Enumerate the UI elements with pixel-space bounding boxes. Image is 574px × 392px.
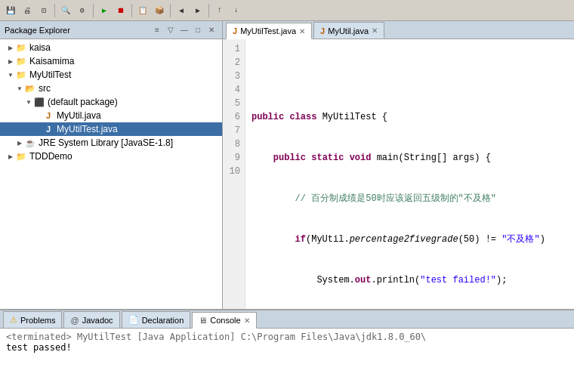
icon-myutil-java: J [42,110,54,122]
editor-area: J MyUtilTest.java ✕ J MyUtil.java ✕ 1 2 … [223,21,574,309]
tab-myutiltest-close[interactable]: ✕ [299,27,305,35]
code-area: 1 2 3 4 5 6 7 8 9 10 public class MyUtil… [223,39,574,309]
package-explorer: Package Explorer ≡ ▽ — □ ✕ ▶ 📁 kaisa [0,21,223,309]
tree-item-default-pkg[interactable]: ▼ ⬛ (default package) [0,95,222,109]
tab-declaration-label: Declaration [142,316,184,325]
tab-console[interactable]: 🖥 Console ✕ [192,312,256,329]
tree-item-myutil-java[interactable]: J MyUtil.java [0,109,222,122]
label-kaisa: kaisa [29,42,51,53]
tab-javadoc-icon: @ [70,316,79,325]
tab-problems-icon: ⚠ [10,315,17,325]
code-line-5: if(MyUtil.percentage2fivegrade(50) != "不… [252,233,568,246]
console-terminated-line: <terminated> MyUtilTest [Java Applicatio… [6,332,568,342]
toolbar-up[interactable]: ↑ [212,3,227,18]
toolbar-prev[interactable]: ◀ [174,3,189,18]
editor-content[interactable]: 1 2 3 4 5 6 7 8 9 10 public class MyUtil… [223,39,574,309]
tree-item-kaisamima[interactable]: ▶ 📁 Kaisamima [0,54,222,68]
label-jre: JRE System Library [JavaSE-1.8] [39,137,173,148]
toolbar-new[interactable]: 📋 [135,3,150,18]
arrow-kaisamima: ▶ [6,58,15,65]
label-myutil-java: MyUtil.java [57,110,101,121]
ln-8: 8 [226,137,240,151]
toolbar-stop[interactable]: ⏹ [113,3,128,18]
tab-declaration[interactable]: 📄 Declaration [122,311,191,328]
arrow-tdddemo: ▶ [6,153,15,160]
tab-javadoc[interactable]: @ Javadoc [63,311,119,328]
pe-collapse-icon[interactable]: ≡ [151,24,163,36]
code-line-6: System.out.println("test failed!"); [252,273,568,287]
ln-3: 3 [226,69,240,83]
icon-jre: ☕ [24,137,36,149]
ln-4: 4 [226,83,240,97]
toolbar-run[interactable]: ▶ [97,3,112,18]
pe-minimize-icon[interactable]: — [178,24,190,36]
tree-item-tdddemo[interactable]: ▶ 📁 TDDDemo [0,150,222,163]
label-kaisamima: Kaisamima [29,56,74,66]
package-explorer-header-icons: ≡ ▽ — □ ✕ [151,24,218,36]
package-explorer-tree: ▶ 📁 kaisa ▶ 📁 Kaisamima ▼ 📁 MyUtilTest [0,39,222,309]
ln-9: 9 [226,151,240,165]
arrow-default-pkg: ▼ [24,99,33,106]
bottom-tabs: ⚠ Problems @ Javadoc 📄 Declaration 🖥 Con… [0,310,574,329]
code-line-1 [252,69,568,83]
pe-dropdown-icon[interactable]: ▽ [165,24,177,36]
icon-myutiltest-project: 📁 [15,69,27,81]
icon-kaisamima: 📁 [15,55,27,67]
toolbar-down[interactable]: ↓ [229,3,244,18]
tab-myutiltest-label: MyUtilTest.java [240,26,296,35]
toolbar-save[interactable]: 💾 [3,3,18,18]
console-output-line: test passed! [6,342,568,353]
tab-myutiltest-icon: J [233,26,237,35]
tab-myutiltest[interactable]: J MyUtilTest.java ✕ [226,23,312,39]
tree-item-myutiltest-java[interactable]: J MyUtilTest.java [0,122,222,136]
tree-item-kaisa[interactable]: ▶ 📁 kaisa [0,41,222,54]
separator-2 [93,4,94,17]
tab-problems[interactable]: ⚠ Problems [3,311,62,328]
tab-declaration-icon: 📄 [128,315,139,325]
icon-myutiltest-java: J [42,123,54,135]
label-myutiltest-java: MyUtilTest.java [57,124,118,134]
code-content[interactable]: public class MyUtilTest { public static … [245,39,574,309]
package-explorer-header: Package Explorer ≡ ▽ — □ ✕ [0,21,222,39]
separator-1 [54,4,55,17]
arrow-src: ▼ [15,85,24,92]
icon-default-pkg: ⬛ [33,96,45,108]
label-default-pkg: (default package) [48,97,118,107]
separator-4 [170,4,171,17]
line-numbers: 1 2 3 4 5 6 7 8 9 10 [223,39,245,309]
icon-tdddemo: 📁 [15,150,27,162]
tab-myutil-icon: J [320,26,325,35]
tree-item-myutiltest-project[interactable]: ▼ 📁 MyUtilTest [0,68,222,82]
toolbar-search[interactable]: 🔍 [58,3,73,18]
arrow-jre: ▶ [15,140,24,147]
toolbar-box[interactable]: ⊡ [36,3,51,18]
console-content: <terminated> MyUtilTest [Java Applicatio… [0,329,574,392]
tab-console-close[interactable]: ✕ [244,316,250,325]
main-layout: Package Explorer ≡ ▽ — □ ✕ ▶ 📁 kaisa [0,21,574,392]
separator-5 [208,4,209,17]
code-line-2: public class MyUtilTest { [252,110,568,124]
icon-kaisa: 📁 [15,42,27,54]
toolbar-next[interactable]: ▶ [190,3,205,18]
code-line-4: // 百分制成绩是50时应该返回五级制的"不及格" [252,192,568,205]
ln-5: 5 [226,97,240,110]
pe-maximize-icon[interactable]: □ [192,24,204,36]
tab-console-label: Console [210,316,240,325]
tab-problems-label: Problems [20,316,55,325]
ln-7: 7 [226,124,240,137]
tab-myutil-label: MyUtil.java [328,26,369,35]
bottom-panel: ⚠ Problems @ Javadoc 📄 Declaration 🖥 Con… [0,309,574,392]
tab-myutil-close[interactable]: ✕ [372,26,378,35]
tree-item-jre[interactable]: ▶ ☕ JRE System Library [JavaSE-1.8] [0,136,222,150]
ln-6: 6 [226,110,240,124]
toolbar-print[interactable]: 🖨 [20,3,35,18]
arrow-myutiltest-project: ▼ [6,72,15,79]
tab-myutil[interactable]: J MyUtil.java ✕ [313,22,384,39]
label-tdddemo: TDDDemo [29,151,73,162]
pe-close-icon[interactable]: ✕ [205,24,218,36]
code-line-3: public static void main(String[] args) { [252,151,568,165]
tree-item-src[interactable]: ▼ 📂 src [0,82,222,95]
toolbar-gear[interactable]: ⚙ [75,3,90,18]
content-area: Package Explorer ≡ ▽ — □ ✕ ▶ 📁 kaisa [0,21,574,309]
toolbar-pkg[interactable]: 📦 [152,3,167,18]
